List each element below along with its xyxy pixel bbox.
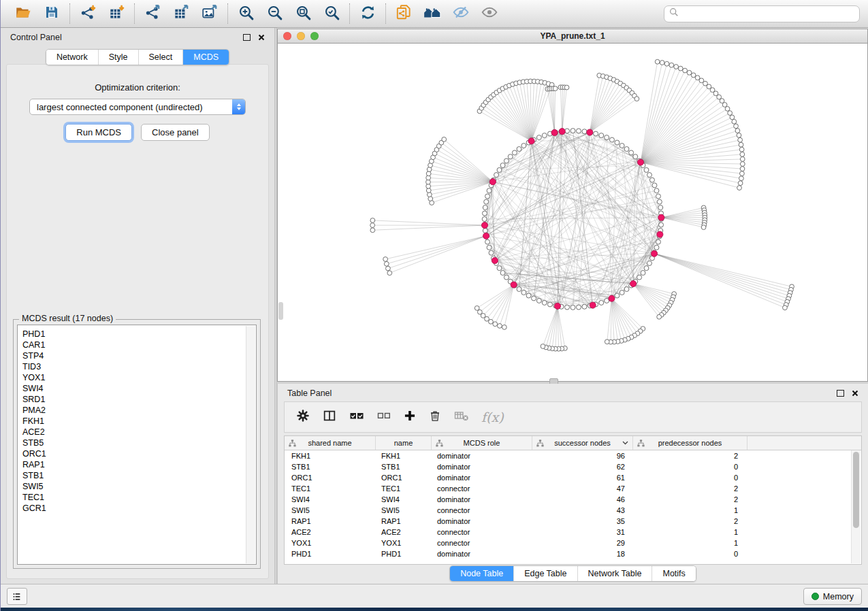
cell-predecessor-nodes[interactable]: 0 (633, 461, 748, 472)
export-network-button[interactable] (138, 1, 167, 26)
table-row[interactable]: ORC1ORC1dominator610 (285, 472, 861, 483)
show-all-button[interactable] (475, 1, 504, 26)
zoom-selected-button[interactable] (317, 1, 346, 26)
memory-button[interactable]: Memory (803, 588, 862, 605)
mcds-result-item[interactable]: TID3 (18, 361, 256, 372)
tab-network-table[interactable]: Network Table (577, 566, 652, 581)
tab-mcds[interactable]: MCDS (182, 50, 229, 65)
cell-successor-nodes[interactable]: 29 (532, 538, 633, 548)
mcds-result-item[interactable]: YOX1 (18, 372, 256, 383)
cell-name[interactable]: ORC1 (376, 472, 432, 483)
mcds-result-item[interactable]: FKH1 (18, 416, 256, 427)
cell-mcds-role[interactable]: connector (432, 483, 532, 494)
tab-select[interactable]: Select (138, 50, 183, 65)
mcds-result-item[interactable]: TEC1 (18, 492, 256, 503)
cell-predecessor-nodes[interactable]: 0 (633, 472, 748, 483)
table-row[interactable]: STB1STB1dominator620 (285, 461, 861, 472)
float-panel-icon[interactable] (243, 34, 251, 41)
column-header-predecessor-nodes[interactable]: predecessor nodes (633, 436, 748, 450)
table-row[interactable]: SWI5SWI5connector431 (285, 505, 861, 516)
mcds-result-item[interactable]: STP4 (18, 350, 256, 361)
cell-shared-name[interactable]: SWI5 (285, 505, 376, 516)
cell-predecessor-nodes[interactable]: 2 (633, 494, 748, 505)
run-mcds-button[interactable]: Run MCDS (65, 124, 132, 141)
duplicate-network-button[interactable] (389, 1, 418, 26)
open-file-button[interactable] (9, 1, 37, 26)
cell-successor-nodes[interactable]: 46 (532, 494, 633, 505)
mcds-result-item[interactable]: RAP1 (18, 459, 256, 470)
cell-predecessor-nodes[interactable]: 2 (633, 516, 748, 527)
table-row[interactable]: TEC1TEC1connector472 (285, 483, 861, 494)
close-panel-icon[interactable] (258, 31, 265, 44)
cell-shared-name[interactable]: YOX1 (285, 538, 376, 548)
cell-mcds-role[interactable]: dominator (432, 494, 532, 505)
close-table-panel-icon[interactable] (852, 387, 858, 399)
cell-name[interactable]: FKH1 (376, 450, 432, 461)
zoom-fit-button[interactable] (289, 1, 317, 26)
cell-name[interactable]: ACE2 (376, 527, 432, 538)
cell-successor-nodes[interactable]: 43 (532, 505, 633, 516)
mcds-result-item[interactable]: GCR1 (18, 503, 256, 514)
cell-name[interactable]: RAP1 (376, 516, 432, 527)
result-list-scrollbar[interactable] (246, 326, 255, 563)
cell-shared-name[interactable]: ACE2 (285, 527, 376, 538)
tab-edge-table[interactable]: Edge Table (513, 566, 577, 581)
column-header-name[interactable]: name (376, 436, 432, 450)
cell-shared-name[interactable]: ORC1 (285, 472, 376, 483)
import-table-button[interactable] (102, 1, 131, 26)
zoom-out-button[interactable] (260, 1, 289, 26)
tab-motifs[interactable]: Motifs (652, 566, 695, 581)
refresh-button[interactable] (353, 1, 382, 26)
table-row[interactable]: ACE2ACE2connector311 (285, 527, 861, 538)
tab-network[interactable]: Network (46, 50, 98, 65)
cell-successor-nodes[interactable]: 61 (532, 472, 633, 483)
cell-name[interactable]: YOX1 (376, 538, 432, 548)
cell-successor-nodes[interactable]: 31 (532, 527, 633, 538)
table-row[interactable]: RAP1RAP1dominator352 (285, 516, 861, 527)
import-network-button[interactable] (74, 1, 102, 26)
first-neighbors-button[interactable] (418, 1, 447, 26)
mcds-result-item[interactable]: CAR1 (18, 340, 256, 350)
cell-successor-nodes[interactable]: 18 (532, 548, 633, 559)
search-input[interactable] (682, 8, 854, 20)
mcds-result-item[interactable]: STB5 (18, 437, 256, 448)
cell-shared-name[interactable]: PHD1 (285, 548, 376, 559)
export-image-button[interactable] (195, 1, 224, 26)
mcds-result-item[interactable]: ORC1 (18, 448, 256, 459)
column-visibility-button[interactable] (322, 408, 337, 426)
network-canvas[interactable] (277, 44, 868, 382)
mcds-result-list[interactable]: PHD1CAR1STP4TID3YOX1SWI4SRD1PMA2FKH1ACE2… (17, 325, 257, 565)
zoom-window-icon[interactable] (310, 32, 319, 40)
delete-column-button[interactable] (428, 408, 442, 426)
cell-mcds-role[interactable]: dominator (432, 461, 532, 472)
deselect-all-rows-button[interactable] (376, 410, 391, 425)
table-scrollbar-thumb[interactable] (853, 452, 859, 528)
zoom-in-button[interactable] (231, 1, 260, 26)
cell-shared-name[interactable]: STB1 (285, 461, 376, 472)
table-scrollbar[interactable] (851, 450, 861, 563)
table-row[interactable]: FKH1FKH1dominator962 (285, 450, 861, 461)
cell-successor-nodes[interactable]: 47 (532, 483, 633, 494)
criterion-select[interactable]: largest connected component (undirected) (29, 99, 246, 115)
tab-style[interactable]: Style (98, 50, 138, 65)
mcds-result-item[interactable]: SWI4 (18, 383, 256, 394)
cell-successor-nodes[interactable]: 96 (532, 450, 633, 461)
table-row[interactable]: PHD1PHD1dominator180 (285, 548, 861, 559)
tab-node-table[interactable]: Node Table (450, 566, 513, 581)
select-all-rows-button[interactable] (349, 409, 365, 425)
cell-predecessor-nodes[interactable]: 0 (633, 548, 748, 559)
close-panel-button[interactable]: Close panel (141, 124, 210, 141)
cell-mcds-role[interactable]: dominator (432, 450, 532, 461)
column-header-shared-name[interactable]: shared name (285, 436, 376, 450)
column-header-successor-nodes[interactable]: successor nodes (532, 436, 633, 450)
add-column-button[interactable] (403, 409, 417, 425)
cell-mcds-role[interactable]: connector (432, 527, 532, 538)
cell-shared-name[interactable]: TEC1 (285, 483, 376, 494)
cell-successor-nodes[interactable]: 35 (532, 516, 633, 527)
canvas-scroll-nub[interactable] (278, 302, 283, 320)
cell-shared-name[interactable]: RAP1 (285, 516, 376, 527)
mcds-result-item[interactable]: SWI5 (18, 481, 256, 492)
cell-mcds-role[interactable]: connector (432, 505, 532, 516)
cell-predecessor-nodes[interactable]: 2 (633, 483, 748, 494)
cell-successor-nodes[interactable]: 62 (532, 461, 633, 472)
